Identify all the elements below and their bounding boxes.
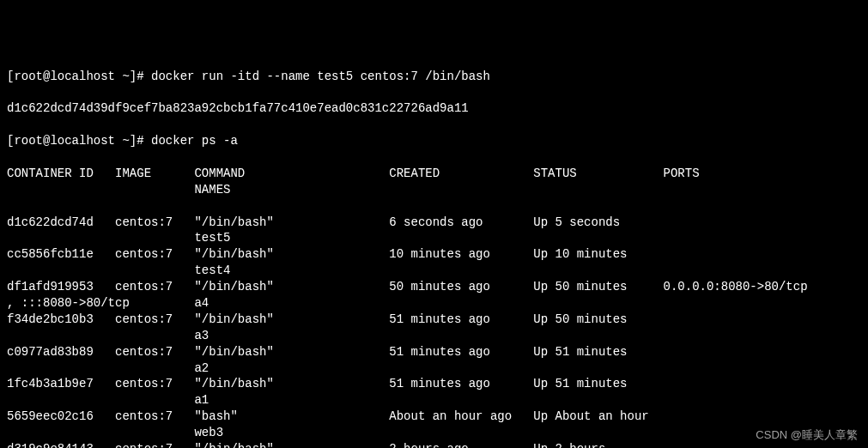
- table-row: cc5856fcb11e centos:7 "/bin/bash" 10 min…: [7, 246, 861, 263]
- table-row: f34de2bc10b3 centos:7 "/bin/bash" 51 min…: [7, 312, 861, 328]
- table-row-name: test4: [7, 263, 861, 279]
- table-row: c0977ad83b89 centos:7 "/bin/bash" 51 min…: [7, 344, 861, 360]
- run-output: d1c622dcd74d39df9cef7ba823a92cbcb1fa77c4…: [7, 100, 861, 117]
- prompt-line-1: [root@localhost ~]# docker run -itd --na…: [7, 69, 861, 85]
- table-row: 5659eec02c16 centos:7 "bash" About an ho…: [7, 409, 861, 425]
- table-row: 1fc4b3a1b9e7 centos:7 "/bin/bash" 51 min…: [7, 376, 861, 392]
- ps-header-line-2: NAMES: [7, 182, 861, 198]
- prompt-command: docker run -itd --name test5 centos:7 /b…: [151, 70, 490, 83]
- ps-rows: d1c622dcd74d centos:7 "/bin/bash" 6 seco…: [7, 215, 861, 448]
- table-row-name: a2: [7, 360, 861, 377]
- prompt-user-host: [root@localhost ~]#: [7, 134, 151, 148]
- prompt-command: docker ps -a: [151, 134, 238, 148]
- table-row: d319c9e84143 centos:7 "/bin/bash" 2 hour…: [7, 441, 861, 448]
- table-row-name: test5: [7, 230, 861, 246]
- prompt-user-host: [root@localhost ~]#: [7, 70, 151, 83]
- table-row-name: , :::8080->80/tcp a4: [7, 295, 861, 312]
- table-row: d1c622dcd74d centos:7 "/bin/bash" 6 seco…: [7, 215, 861, 231]
- table-row-name: a3: [7, 328, 861, 344]
- ps-header-line: CONTAINER ID IMAGE COMMAND CREATED STATU…: [7, 166, 861, 182]
- table-row-name: a1: [7, 392, 861, 409]
- prompt-line-2: [root@localhost ~]# docker ps -a: [7, 133, 861, 149]
- table-row: df1afd919953 centos:7 "/bin/bash" 50 min…: [7, 279, 861, 295]
- watermark: CSDN @睡美人章繁: [756, 427, 858, 443]
- table-row-name: web3: [7, 425, 861, 441]
